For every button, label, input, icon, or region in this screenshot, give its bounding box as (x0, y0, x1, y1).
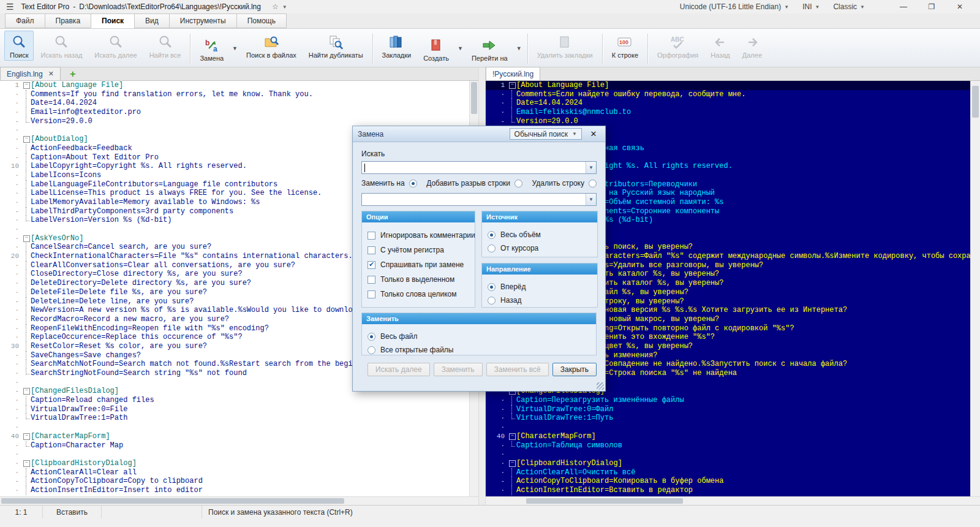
editor-line[interactable]: · [ClipboardHistoryDialog] (486, 459, 970, 468)
fold-marker-icon[interactable] (22, 153, 31, 162)
scrollbar-thumb[interactable] (972, 86, 979, 118)
fold-marker-icon[interactable] (22, 459, 31, 468)
right-editor-vertical-scrollbar[interactable] (970, 81, 980, 496)
fold-marker-icon[interactable] (22, 234, 31, 243)
tab-close-icon[interactable]: ✕ (48, 70, 54, 78)
toolbar-replace-button[interactable]: ba Замена (194, 34, 229, 64)
favorites-star-icon[interactable]: ☆ (272, 2, 279, 11)
editor-line[interactable]: 40 [CharacterMapForm] (486, 432, 970, 441)
fold-marker-icon[interactable] (22, 387, 31, 396)
replace-with-input[interactable]: ▼ (361, 193, 597, 206)
fold-marker-icon[interactable] (22, 333, 31, 342)
menu-tab[interactable]: Вид (134, 13, 170, 28)
radio-add-line-break[interactable]: Добавить разрыв строки (426, 179, 522, 188)
fold-marker-icon[interactable] (22, 378, 31, 387)
fold-marker-icon[interactable] (22, 414, 31, 423)
editor-line[interactable]: · Caption=Reload changed files (0, 396, 469, 405)
close-button[interactable]: ✕ (946, 2, 974, 11)
fold-marker-icon[interactable] (22, 144, 31, 153)
toolbar-search-in-files-button[interactable]: Поиск в файлах (241, 31, 302, 61)
menu-tab[interactable]: Помощь (236, 13, 287, 28)
editor-line[interactable]: 1 [About Language File] (0, 81, 469, 90)
tab-russian-lng[interactable]: !Русский.lng (486, 67, 540, 80)
search-input[interactable]: ▼ (361, 161, 597, 174)
combo-dropdown-icon[interactable]: ▼ (586, 194, 596, 205)
editor-line[interactable]: · [ClipboardHistoryDialog] (0, 459, 469, 468)
fold-marker-icon[interactable] (508, 414, 516, 423)
scrollbar-thumb[interactable] (526, 498, 683, 504)
editor-line[interactable]: · ActionInsertInEditor=Insert into edito… (0, 486, 469, 495)
editor-line[interactable]: 40 [CharacterMapForm] (0, 432, 469, 441)
fold-marker-icon[interactable] (508, 459, 516, 468)
toolbar-find-duplicates-button[interactable]: Найти дубликаты (303, 31, 369, 61)
toolbar-create-button[interactable]: Создать (418, 34, 454, 64)
fold-marker-icon[interactable] (22, 180, 31, 189)
editor-line[interactable]: - Version=29.0.0 (486, 117, 970, 126)
editor-line[interactable]: · Comments=If you find translation error… (0, 90, 469, 99)
fold-marker-icon[interactable] (508, 396, 516, 405)
fold-marker-icon[interactable] (22, 108, 31, 117)
fold-marker-icon[interactable] (22, 360, 31, 369)
editor-line[interactable]: · (486, 423, 970, 432)
fold-marker-icon[interactable] (508, 486, 516, 495)
fold-marker-icon[interactable] (22, 342, 31, 351)
editor-line[interactable]: - ActionCopyToClipboard=Копировать в буф… (486, 477, 970, 486)
radio-option[interactable]: Весь файл (368, 330, 590, 343)
right-editor-horizontal-scrollbar[interactable] (486, 496, 980, 505)
editor-line[interactable]: · ActionInsertInEditor=Вставить в редакт… (486, 486, 970, 495)
scrollbar-thumb[interactable] (1, 498, 344, 504)
fold-marker-icon[interactable] (22, 351, 31, 360)
close-dialog-button[interactable]: Закрыть (552, 363, 597, 376)
fold-marker-icon[interactable] (22, 441, 31, 450)
editor-line[interactable]: · VirtualDrawTree:1=Path (0, 414, 469, 423)
fold-marker-icon[interactable] (22, 81, 31, 90)
tab-english-lng[interactable]: English.lng ✕ (0, 67, 61, 80)
editor-line[interactable]: - Version=29.0.0 (0, 117, 469, 126)
editor-line[interactable]: · Date=14.04.2024 (0, 99, 469, 108)
radio-option[interactable]: Весь объём (488, 228, 592, 241)
fold-marker-icon[interactable] (22, 117, 31, 126)
fold-marker-icon[interactable] (508, 468, 516, 477)
create-dropdown-icon[interactable]: ▼ (455, 45, 466, 51)
editor-line[interactable]: · Caption=Таблица символов (486, 441, 970, 450)
radio-option[interactable]: Назад (488, 294, 592, 307)
search-mode-select[interactable]: Обычный поиск ▼ (510, 128, 582, 140)
editor-line[interactable]: · Email=info@texteditor.pro (0, 108, 469, 117)
editor-line[interactable]: · Email=felikskis@nnmclub.to (486, 108, 970, 117)
fold-marker-icon[interactable] (508, 441, 516, 450)
editor-line[interactable]: · (0, 423, 469, 432)
fold-marker-icon[interactable] (22, 189, 31, 198)
fold-marker-icon[interactable] (22, 486, 31, 495)
fold-marker-icon[interactable] (508, 423, 516, 432)
editor-line[interactable]: · (486, 450, 970, 459)
radio-delete-line[interactable]: Удалить строку (532, 179, 597, 188)
fold-marker-icon[interactable] (508, 90, 516, 99)
editor-line[interactable]: - ActionCopyToClipboard=Copy to clipboar… (0, 477, 469, 486)
menu-tab[interactable]: Правка (45, 13, 92, 28)
fold-marker-icon[interactable] (22, 162, 31, 171)
fold-marker-icon[interactable] (508, 477, 516, 486)
editor-line[interactable]: · VirtualDrawTree:1=Путь (486, 414, 970, 423)
checkbox-option[interactable]: Только в выделенном (368, 272, 469, 287)
fold-marker-icon[interactable] (22, 279, 31, 288)
fold-marker-icon[interactable] (22, 216, 31, 225)
fold-marker-icon[interactable] (22, 297, 31, 306)
fold-marker-icon[interactable] (22, 477, 31, 486)
menu-tab[interactable]: Файл (5, 13, 45, 28)
fold-marker-icon[interactable] (22, 270, 31, 279)
fold-marker-icon[interactable] (22, 207, 31, 216)
fold-marker-icon[interactable] (508, 450, 516, 459)
radio-option[interactable]: Все открытые файлы (368, 343, 590, 357)
toolbar-goto-button[interactable]: Перейти на (466, 34, 513, 64)
fold-marker-icon[interactable] (508, 99, 516, 108)
radio-option[interactable]: От курсора (488, 241, 592, 255)
menu-tab[interactable]: Инструменты (169, 13, 237, 28)
fold-marker-icon[interactable] (22, 261, 31, 270)
fold-marker-icon[interactable] (22, 90, 31, 99)
fold-marker-icon[interactable] (22, 405, 31, 414)
editor-line[interactable]: · (0, 450, 469, 459)
toolbar-search-button[interactable]: Поиск (4, 31, 34, 61)
fold-marker-icon[interactable] (22, 126, 31, 135)
editor-line[interactable]: · Comments=Если найдете ошибку перевода,… (486, 90, 970, 99)
fold-marker-icon[interactable] (22, 288, 31, 297)
